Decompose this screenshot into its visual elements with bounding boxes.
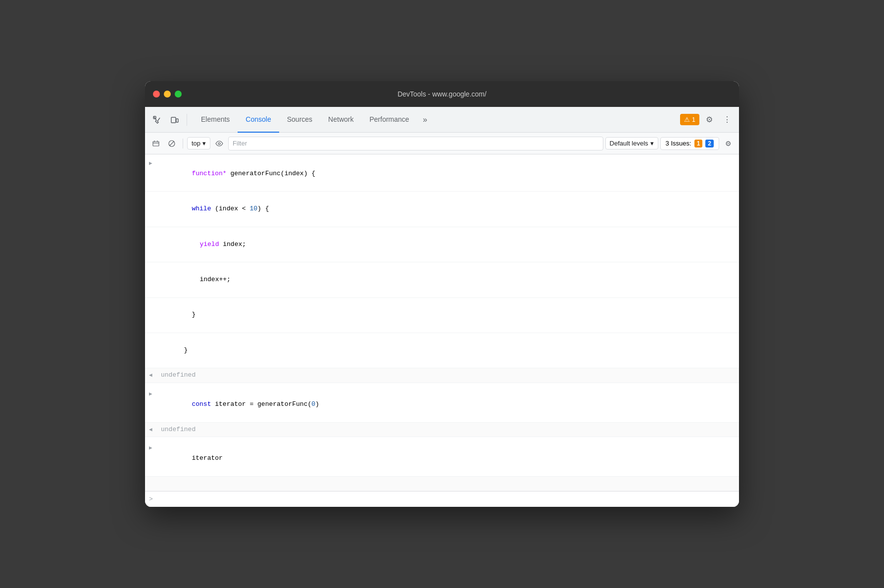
titlebar: DevTools - www.google.com/ [145,81,739,107]
code-content: index++; [169,264,735,295]
svg-rect-2 [176,119,178,122]
output-content: undefined [161,370,735,381]
table-row: ▶ const iterator = generatorFunc(0) [145,387,739,422]
levels-arrow: ▾ [650,140,654,147]
table-row: } [145,298,739,333]
console-prompt-input[interactable] [157,495,735,503]
output-content: undefined [161,425,735,435]
table-row: ▶ iterator [145,441,739,476]
maximize-button[interactable] [175,91,182,98]
code-content: while (index < 10) { [161,194,735,224]
tabs: Elements Console Sources Network Perform… [193,107,680,133]
prompt-row: > [145,491,739,507]
minimize-button[interactable] [164,91,171,98]
device-toggle-icon[interactable] [167,112,183,128]
context-selector[interactable]: top ▾ [187,137,210,149]
table-row: while (index < 10) { [145,192,739,227]
table-row: } [145,333,739,368]
filter-input[interactable] [228,137,603,150]
block-icon[interactable] [165,137,179,150]
code-content: } [161,300,735,331]
tab-bar-icons [149,112,189,128]
svg-rect-1 [171,117,176,123]
code-content: yield index; [169,229,735,260]
tab-console[interactable]: Console [238,107,279,133]
levels-selector[interactable]: Default levels ▾ [605,137,658,149]
tab-separator [187,114,187,126]
tab-sources[interactable]: Sources [279,107,320,133]
traffic-lights [153,91,182,98]
close-button[interactable] [153,91,160,98]
code-content: function* generatorFunc(index) { [161,158,735,189]
issues-badge[interactable]: ⚠ 1 [680,114,699,125]
warning-icon: ⚠ [684,116,690,123]
table-row: ◀ undefined [145,423,739,438]
clear-console-icon[interactable] [149,137,163,150]
code-content: const iterator = generatorFunc(0) [161,389,735,420]
expand-icon[interactable]: ▶ [149,389,157,399]
tab-bar: Elements Console Sources Network Perform… [145,107,739,133]
table-row: yield index; [145,227,739,262]
console-toolbar: top ▾ Default levels ▾ 3 Issues: 1 2 ⚙ [145,133,739,154]
more-options-icon[interactable]: ⋮ [719,112,735,128]
svg-line-8 [170,141,174,146]
eye-icon[interactable] [212,137,226,150]
console-settings-icon[interactable]: ⚙ [721,137,735,150]
issues-count[interactable]: 3 Issues: 1 2 [660,137,719,150]
window-title: DevTools - www.google.com/ [397,90,487,98]
code-content: iterator [161,443,735,474]
settings-icon[interactable]: ⚙ [701,112,717,128]
collapse-icon: ◀ [149,425,157,435]
tab-network[interactable]: Network [320,107,361,133]
expand-icon[interactable]: ▶ [149,158,157,168]
code-content: } [153,335,735,366]
svg-point-9 [218,143,220,145]
expand-icon[interactable]: ▶ [149,443,157,453]
svg-rect-3 [153,142,159,146]
devtools-window: DevTools - www.google.com/ Elements [145,81,739,507]
output-content: ▼ generatorFunc {<suspended>} i [161,479,735,491]
info-count: 2 [705,140,714,147]
tab-performance[interactable]: Performance [361,107,417,133]
collapse-icon: ◀ [149,370,157,380]
table-row: index++; [145,262,739,297]
table-row: ◀ ▼ generatorFunc {<suspended>} i [145,477,739,491]
table-row: ◀ undefined [145,368,739,383]
console-content: ▶ function* generatorFunc(index) { while… [145,154,739,491]
prompt-icon: > [149,495,153,503]
tab-elements[interactable]: Elements [193,107,238,133]
warning-count: 1 [694,140,703,147]
dropdown-arrow: ▾ [202,140,206,147]
toolbar-separator [183,139,183,148]
inspect-icon[interactable] [149,112,165,128]
table-row: ▶ function* generatorFunc(index) { [145,156,739,192]
tab-bar-right: ⚠ 1 ⚙ ⋮ [680,112,735,128]
more-tabs-icon[interactable]: » [417,112,433,128]
